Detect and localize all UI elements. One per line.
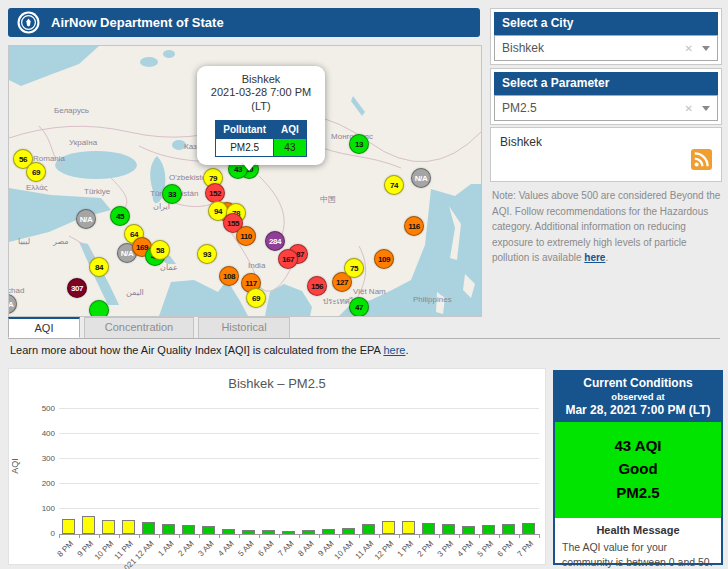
tab-concentration[interactable]: Concentration bbox=[84, 317, 194, 338]
chart-bar[interactable] bbox=[162, 524, 175, 534]
aqi-marker[interactable]: 33 bbox=[162, 184, 182, 204]
aqi-marker[interactable]: 307 bbox=[67, 278, 87, 298]
chart-bar[interactable] bbox=[122, 520, 135, 534]
parameter-panel: Select a Parameter PM2.5 ✕ bbox=[490, 68, 722, 125]
chart-x-tick-label: 1 PM bbox=[396, 539, 416, 559]
chart-bar[interactable] bbox=[342, 528, 355, 534]
note-here-link[interactable]: here bbox=[584, 252, 605, 263]
aqi-marker[interactable]: 116 bbox=[404, 216, 424, 236]
aqi-marker[interactable]: 75 bbox=[344, 258, 364, 278]
aqi-marker[interactable]: 47 bbox=[349, 297, 369, 317]
chart-x-tick-label: 4 PM bbox=[456, 539, 476, 559]
clear-icon[interactable]: ✕ bbox=[685, 43, 693, 54]
rss-icon[interactable] bbox=[691, 149, 712, 170]
chart-bar-slot: 6 AM bbox=[259, 409, 279, 534]
aqi-marker[interactable]: N/A bbox=[411, 168, 431, 188]
chart-bar[interactable] bbox=[182, 525, 195, 534]
chart-bar-slot: 9 PM bbox=[79, 409, 99, 534]
chart-title: Bishkek – PM2.5 bbox=[9, 376, 545, 391]
city-select-value: Bishkek bbox=[502, 41, 685, 55]
chart-bar[interactable] bbox=[82, 516, 95, 534]
parameter-select[interactable]: PM2.5 ✕ bbox=[494, 95, 718, 121]
aqi-marker[interactable]: 108 bbox=[219, 266, 239, 286]
chart-bar-slot: 10 AM bbox=[339, 409, 359, 534]
aqi-marker[interactable]: 109 bbox=[374, 249, 394, 269]
chart-bar[interactable] bbox=[402, 521, 415, 534]
tab-historical[interactable]: Historical bbox=[198, 317, 290, 338]
rss-city-text: Bishkek bbox=[500, 135, 542, 149]
chart-bar-slot: 11 PM bbox=[119, 409, 139, 534]
chart-x-tick-label: 10 PM bbox=[93, 539, 116, 562]
aqi-marker[interactable]: 284 bbox=[265, 231, 285, 251]
chart-y-tick-label: 500 bbox=[27, 404, 55, 413]
chart-x-tick bbox=[259, 534, 260, 538]
chart-x-tick-label: 3 AM bbox=[196, 539, 215, 558]
chart-x-tick bbox=[519, 534, 520, 538]
health-message-section: Health Message The AQI value for your co… bbox=[555, 518, 721, 569]
chart-bar[interactable] bbox=[142, 522, 155, 534]
chart-bar[interactable] bbox=[202, 526, 215, 534]
aqi-marker[interactable]: N/A bbox=[76, 209, 96, 229]
chart-bar[interactable] bbox=[282, 531, 295, 534]
aqi-marker[interactable]: 69 bbox=[26, 162, 46, 182]
aqi-marker[interactable]: 167 bbox=[278, 249, 298, 269]
chart-bar-slot: 3 AM bbox=[199, 409, 219, 534]
chart-x-tick bbox=[219, 534, 220, 538]
aqi-map[interactable]: БеларусьУкраїнаКазақстанRomaniaΕλλάςTürk… bbox=[8, 45, 482, 317]
chart-bar[interactable] bbox=[102, 520, 115, 535]
chart-bar-slot: 1 PM bbox=[399, 409, 419, 534]
chart-bar[interactable] bbox=[522, 523, 535, 534]
aqi-marker[interactable]: 74 bbox=[384, 175, 404, 195]
clear-icon[interactable]: ✕ bbox=[685, 103, 693, 114]
chart-bar[interactable] bbox=[442, 524, 455, 534]
chart-bar-slot: 2 PM bbox=[419, 409, 439, 534]
chart-bar[interactable] bbox=[262, 530, 275, 534]
chart-bar[interactable] bbox=[62, 519, 75, 534]
current-conditions-header: Current Conditions observed at Mar 28, 2… bbox=[555, 372, 721, 422]
city-select[interactable]: Bishkek ✕ bbox=[494, 35, 718, 61]
chart-plot-area: 01002003004005008 PM9 PM10 PM11 PM021 12… bbox=[59, 409, 539, 535]
dos-seal-icon bbox=[17, 11, 40, 34]
aqi-marker[interactable]: 152 bbox=[205, 183, 225, 203]
map-country-label: India bbox=[248, 261, 265, 270]
chevron-down-icon[interactable] bbox=[702, 106, 710, 111]
learn-more-line: Learn more about how the Air Quality Ind… bbox=[10, 344, 408, 356]
chart-bar[interactable] bbox=[422, 523, 435, 534]
chart-x-tick-label: 2 PM bbox=[416, 539, 436, 559]
chart-bar[interactable] bbox=[362, 524, 375, 535]
aqi-marker[interactable]: 69 bbox=[246, 288, 266, 308]
chart-bar[interactable] bbox=[382, 521, 395, 534]
map-country-label: ايران bbox=[153, 202, 170, 211]
aqi-marker[interactable]: 156 bbox=[307, 276, 327, 296]
learn-more-here-link[interactable]: here bbox=[383, 344, 405, 356]
aqi-marker[interactable]: 84 bbox=[89, 257, 109, 277]
popup-table: Pollutant AQI PM2.5 43 bbox=[215, 120, 307, 157]
observed-at-label: observed at bbox=[557, 391, 719, 402]
chart-x-tick-label: 2 AM bbox=[176, 539, 195, 558]
tab-aqi[interactable]: AQI bbox=[8, 317, 80, 338]
chart-bar[interactable] bbox=[242, 530, 255, 534]
map-country-label: 中国 bbox=[320, 194, 336, 205]
aqi-marker[interactable] bbox=[89, 300, 109, 317]
chart-bar[interactable] bbox=[302, 530, 315, 534]
current-aqi-value: 43 AQI bbox=[555, 434, 721, 457]
popup-pointer bbox=[241, 161, 257, 179]
chart-x-tick bbox=[79, 534, 80, 538]
chart-bar[interactable] bbox=[482, 525, 495, 534]
chart-x-tick-label: 12 PM bbox=[373, 539, 396, 562]
aqi-marker[interactable]: 110 bbox=[236, 226, 256, 246]
chart-bar[interactable] bbox=[502, 524, 515, 535]
chart-bar[interactable] bbox=[322, 529, 335, 534]
chart-x-tick bbox=[359, 534, 360, 538]
aqi-marker[interactable]: 58 bbox=[150, 240, 170, 260]
chart-x-tick bbox=[99, 534, 100, 538]
aqi-marker[interactable]: 93 bbox=[197, 244, 217, 264]
chart-bar[interactable] bbox=[462, 526, 475, 535]
app-header: AirNow Department of State bbox=[8, 8, 480, 37]
chevron-down-icon[interactable] bbox=[702, 46, 710, 51]
aqi-marker[interactable]: 13 bbox=[349, 134, 369, 154]
chart-x-tick-label: 5 PM bbox=[476, 539, 496, 559]
aqi-marker[interactable]: 45 bbox=[110, 206, 130, 226]
chart-bar[interactable] bbox=[222, 529, 235, 534]
parameter-select-value: PM2.5 bbox=[502, 101, 685, 115]
